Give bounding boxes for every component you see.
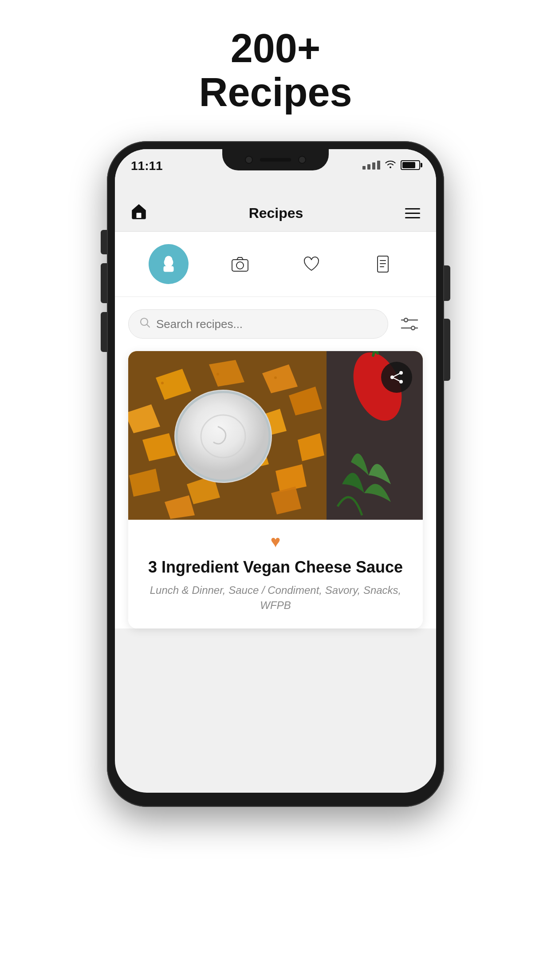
battery-icon xyxy=(401,160,420,170)
nav-title: Recipes xyxy=(249,205,303,221)
volume-down-button[interactable] xyxy=(101,263,107,303)
notch xyxy=(222,149,329,170)
svg-point-32 xyxy=(274,376,277,379)
search-area xyxy=(115,297,436,351)
status-time: 11:11 xyxy=(131,159,163,173)
silent-switch[interactable] xyxy=(101,312,107,352)
page-title: 200+ Recipes xyxy=(199,27,352,115)
svg-point-31 xyxy=(216,373,219,375)
page-header: 200+ Recipes xyxy=(199,0,352,132)
share-button[interactable] xyxy=(381,362,412,393)
recipes-tab[interactable] xyxy=(149,244,189,284)
svg-point-30 xyxy=(161,382,164,384)
status-icons xyxy=(362,159,420,171)
svg-point-4 xyxy=(236,262,244,269)
svg-point-38 xyxy=(390,375,394,379)
status-bar: 11:11 xyxy=(115,149,436,198)
recipe-info: ♥ 3 Ingredient Vegan Cheese Sauce Lunch … xyxy=(128,520,423,628)
svg-point-8 xyxy=(404,318,408,322)
phone-frame: 11:11 xyxy=(107,141,444,807)
svg-point-2 xyxy=(165,256,172,263)
search-icon xyxy=(139,317,151,331)
heart-icon[interactable]: ♥ xyxy=(142,532,409,551)
front-camera xyxy=(245,156,253,164)
recipe-card[interactable]: ♥ 3 Ingredient Vegan Cheese Sauce Lunch … xyxy=(128,351,423,628)
filter-button[interactable] xyxy=(396,312,423,336)
wifi-icon xyxy=(385,159,396,171)
svg-point-10 xyxy=(411,326,415,330)
recipe-tags: Lunch & Dinner, Sauce / Condiment, Savor… xyxy=(142,583,409,612)
svg-point-37 xyxy=(399,371,403,375)
home-icon[interactable] xyxy=(131,203,147,223)
notes-tab[interactable] xyxy=(363,244,403,284)
app-content: ♥ 3 Ingredient Vegan Cheese Sauce Lunch … xyxy=(115,232,436,628)
svg-rect-3 xyxy=(232,260,248,271)
nav-bar: Recipes xyxy=(115,198,436,232)
recipe-title: 3 Ingredient Vegan Cheese Sauce xyxy=(142,557,409,577)
camera-tab[interactable] xyxy=(220,244,260,284)
phone-wrapper: 11:11 xyxy=(0,132,551,807)
volume-up-button[interactable] xyxy=(101,230,107,254)
search-input[interactable] xyxy=(156,317,377,331)
signal-icon xyxy=(362,161,380,170)
phone-screen: 11:11 xyxy=(115,149,436,793)
recipe-image xyxy=(128,351,423,520)
favorites-tab[interactable] xyxy=(291,244,331,284)
svg-rect-1 xyxy=(164,266,173,272)
search-input-wrapper[interactable] xyxy=(128,309,388,339)
speaker xyxy=(260,158,291,162)
icon-row xyxy=(115,232,436,297)
menu-button[interactable] xyxy=(405,208,420,218)
face-id-sensor xyxy=(298,156,306,164)
svg-point-39 xyxy=(399,380,403,383)
